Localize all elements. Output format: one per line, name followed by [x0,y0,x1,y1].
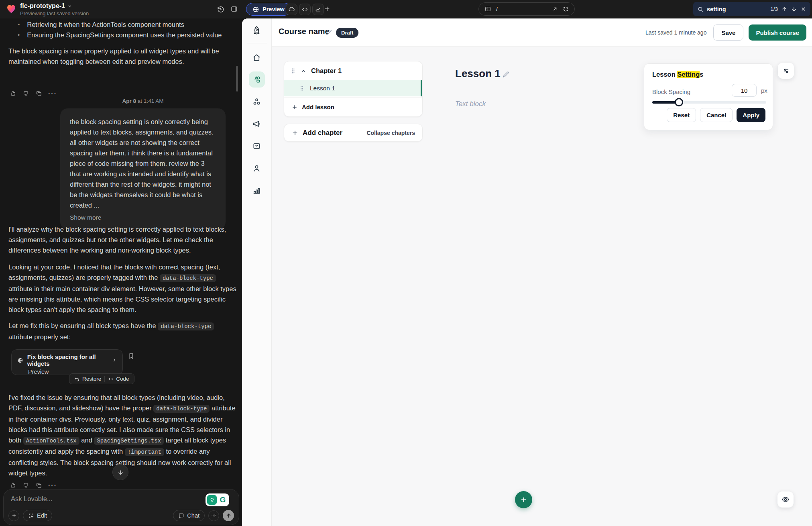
chat-composer: G Edit Chat [3,489,239,525]
search-input[interactable] [707,6,754,12]
send-button[interactable] [223,510,234,521]
add-tab-button[interactable] [324,5,331,12]
grammarly-logo-icon: G [218,495,228,505]
chevron-down-icon [67,4,72,8]
history-icon[interactable] [217,5,224,13]
circles-icon [252,97,261,106]
edit-mode-button[interactable]: Edit [23,510,52,521]
block-spacing-slider[interactable] [652,101,766,104]
block-spacing-label: Block Spacing [652,88,690,95]
rail-item-community[interactable] [252,97,261,106]
arrow-down-icon [117,469,124,476]
edit-lesson-title-icon[interactable] [502,71,510,78]
refresh-icon[interactable] [563,6,569,12]
panel-toggle-icon[interactable] [230,5,238,13]
analytics-button[interactable] [312,4,324,15]
edit-title-icon[interactable] [326,29,332,36]
cancel-button[interactable]: Cancel [700,108,733,122]
collapse-chapter-icon[interactable] [301,68,306,74]
rocket-logo-icon[interactable] [251,25,262,36]
search-close-button[interactable] [800,6,806,12]
lesson-row-selected[interactable]: Lesson 1 [284,80,422,96]
rail-item-store[interactable] [252,141,261,151]
deploy-button[interactable] [286,4,297,15]
arrow-up-icon [226,513,232,519]
version-card-title: Fix block spacing for all widgets [27,353,108,367]
lesson-item-label: Lesson 1 [310,85,335,92]
thumbs-up-icon[interactable] [10,90,16,97]
trend-chart-icon [315,6,322,13]
apply-button[interactable]: Apply [737,108,765,122]
search-highlight: Setting [677,71,700,78]
restore-button[interactable]: Restore [74,376,101,382]
drag-handle-icon[interactable] [299,86,304,91]
save-button[interactable]: Save [713,24,743,41]
more-options-icon[interactable]: ··· [48,90,57,97]
version-card[interactable]: Fix block spacing for all widgets Previe… [11,349,123,375]
rail-item-profile[interactable] [252,164,261,173]
block-spacing-input[interactable] [732,84,757,97]
bookmark-icon[interactable] [128,353,135,360]
rail-item-marketing[interactable] [252,119,261,128]
more-options-icon[interactable]: ··· [48,482,57,489]
slider-thumb[interactable] [675,98,683,106]
project-name[interactable]: flc-prototype-1 [20,2,72,10]
thumbs-down-icon[interactable] [22,90,29,97]
scroll-to-bottom-button[interactable] [112,464,128,480]
code-icon [108,376,114,382]
undo-icon [74,376,80,382]
globe-icon [17,357,23,364]
code-button[interactable]: Code [108,376,129,382]
assistant-paragraph: Looking at your code, I noticed that the… [8,262,238,315]
url-path: / [496,6,547,12]
publish-course-button[interactable]: Publish course [749,24,806,41]
voice-input-button[interactable] [208,510,219,521]
rail-item-analytics[interactable] [252,186,261,195]
rail-item-courses-active[interactable] [252,75,261,84]
collapse-chapters-button[interactable]: Collapse chapters [366,130,415,136]
preview-mode-button[interactable]: Preview [246,3,291,16]
version-actions-pill: Restore Code [69,373,134,384]
attach-button[interactable] [8,510,19,521]
assistant-paragraph: I'll analyze why the block spacing setti… [8,224,238,255]
add-lesson-button[interactable]: Add lesson [284,97,422,116]
copy-icon[interactable] [35,482,42,489]
plus-icon [324,5,331,12]
find-in-page-bar: 1/3 [693,2,810,16]
settings-toggle-button[interactable] [778,63,794,79]
plus-icon [520,496,527,504]
show-more-link[interactable]: Show more [70,214,216,221]
rail-item-home[interactable] [252,53,261,62]
last-saved-text: Last saved 1 minute ago [645,29,707,36]
spacing-unit: px [761,87,767,94]
assistant-bullet-list: •Retrieving it when the ActionTools comp… [18,19,234,40]
panel-title: Lesson Settings [652,71,703,78]
code-view-button[interactable] [299,4,311,15]
grammarly-widget[interactable]: G [206,493,229,506]
chat-input[interactable] [11,495,171,503]
chat-mode-button[interactable]: Chat [173,510,205,521]
chat-scrollbar[interactable] [236,66,238,92]
add-chapter-button[interactable]: Add chapter [303,129,342,137]
app-preview: Course name Draft Last saved 1 minute ag… [242,18,812,526]
search-next-button[interactable] [791,6,797,12]
open-external-icon[interactable] [552,6,558,12]
chapter-row[interactable]: Chapter 1 [284,61,422,80]
lovable-logo-icon [6,3,17,14]
user-message-text: the block spacing setting is only correc… [70,116,216,210]
thumbs-up-icon[interactable] [10,482,16,489]
copy-icon[interactable] [35,90,42,97]
search-match-count: 1/3 [770,6,778,12]
reset-button[interactable]: Reset [667,108,696,122]
add-block-fab[interactable] [515,491,532,508]
url-bar[interactable]: / [478,2,575,16]
shapes-icon [252,75,261,84]
preview-course-button[interactable] [777,491,794,508]
assistant-paragraph: The block spacing is now properly applie… [8,46,236,67]
app-nav-rail [242,18,272,526]
drag-handle-icon[interactable] [291,68,296,74]
text-block-placeholder[interactable]: Text block [455,100,486,108]
search-prev-button[interactable] [781,6,788,12]
thumbs-down-icon[interactable] [22,482,29,489]
plus-icon [11,513,17,518]
